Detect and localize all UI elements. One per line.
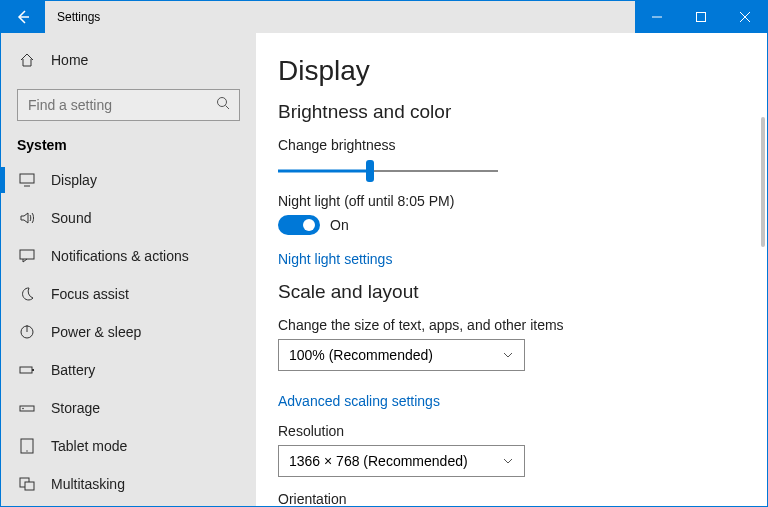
titlebar-spacer[interactable] [112, 1, 635, 33]
scrollbar-thumb[interactable] [761, 117, 765, 247]
moon-icon [17, 286, 37, 302]
svg-rect-14 [20, 406, 34, 411]
search-input[interactable] [17, 89, 240, 121]
slider-thumb[interactable] [366, 160, 374, 182]
svg-point-15 [22, 408, 24, 410]
svg-rect-19 [25, 482, 34, 490]
svg-rect-9 [20, 250, 34, 259]
search-box[interactable] [17, 89, 240, 121]
sidebar-item-tablet-mode[interactable]: Tablet mode [1, 427, 256, 465]
sidebar-item-label: Storage [51, 400, 100, 416]
night-light-toggle[interactable] [278, 215, 320, 235]
home-icon [17, 52, 37, 68]
sidebar-section-title: System [1, 135, 256, 161]
content-pane: Display Brightness and color Change brig… [256, 33, 767, 506]
resolution-label: Resolution [278, 423, 741, 439]
svg-rect-13 [32, 369, 34, 371]
resolution-value: 1366 × 768 (Recommended) [289, 453, 468, 469]
sidebar-item-label: Notifications & actions [51, 248, 189, 264]
sidebar-item-label: Sound [51, 210, 91, 226]
sidebar-item-storage[interactable]: Storage [1, 389, 256, 427]
brightness-label: Change brightness [278, 137, 741, 153]
sidebar-item-notifications[interactable]: Notifications & actions [1, 237, 256, 275]
titlebar: Settings [1, 1, 767, 33]
sidebar-home-label: Home [51, 52, 88, 68]
slider-fill [278, 170, 370, 173]
close-button[interactable] [723, 1, 767, 33]
night-light-state: On [330, 217, 349, 233]
back-button[interactable] [1, 1, 45, 33]
sidebar-item-label: Display [51, 172, 97, 188]
svg-point-5 [218, 98, 227, 107]
monitor-icon [17, 172, 37, 188]
scale-value: 100% (Recommended) [289, 347, 433, 363]
resolution-select[interactable]: 1366 × 768 (Recommended) [278, 445, 525, 477]
orientation-label: Orientation [278, 491, 741, 506]
sidebar-home[interactable]: Home [1, 41, 256, 79]
sidebar-item-focus-assist[interactable]: Focus assist [1, 275, 256, 313]
svg-point-17 [26, 450, 27, 451]
night-light-settings-link[interactable]: Night light settings [278, 251, 392, 267]
power-icon [17, 324, 37, 340]
sidebar-item-label: Battery [51, 362, 95, 378]
page-title: Display [278, 55, 741, 87]
advanced-scaling-link[interactable]: Advanced scaling settings [278, 393, 440, 409]
search-icon [216, 96, 230, 114]
battery-icon [17, 362, 37, 378]
storage-icon [17, 400, 37, 416]
sidebar-item-label: Multitasking [51, 476, 125, 492]
maximize-icon [695, 11, 707, 23]
svg-rect-7 [20, 174, 34, 183]
arrow-left-icon [15, 9, 31, 25]
brightness-slider[interactable] [278, 159, 498, 183]
svg-rect-2 [697, 13, 706, 22]
sidebar-item-label: Focus assist [51, 286, 129, 302]
sidebar-item-multitasking[interactable]: Multitasking [1, 465, 256, 503]
toggle-knob [303, 219, 315, 231]
speaker-icon [17, 210, 37, 226]
svg-line-6 [226, 106, 230, 110]
message-icon [17, 248, 37, 264]
sidebar-item-power-sleep[interactable]: Power & sleep [1, 313, 256, 351]
sidebar: Home System Display Sound [1, 33, 256, 506]
section-brightness-color: Brightness and color [278, 101, 741, 123]
tablet-icon [17, 438, 37, 454]
multitask-icon [17, 476, 37, 492]
minimize-icon [651, 11, 663, 23]
svg-rect-12 [20, 367, 32, 373]
sidebar-item-label: Power & sleep [51, 324, 141, 340]
sidebar-item-battery[interactable]: Battery [1, 351, 256, 389]
section-scale-layout: Scale and layout [278, 281, 741, 303]
night-light-label: Night light (off until 8:05 PM) [278, 193, 741, 209]
sidebar-item-sound[interactable]: Sound [1, 199, 256, 237]
sidebar-item-display[interactable]: Display [1, 161, 256, 199]
sidebar-item-label: Tablet mode [51, 438, 127, 454]
scale-select[interactable]: 100% (Recommended) [278, 339, 525, 371]
close-icon [739, 11, 751, 23]
chevron-down-icon [502, 349, 514, 361]
minimize-button[interactable] [635, 1, 679, 33]
maximize-button[interactable] [679, 1, 723, 33]
scale-label: Change the size of text, apps, and other… [278, 317, 741, 333]
window-title: Settings [45, 1, 112, 33]
chevron-down-icon [502, 455, 514, 467]
